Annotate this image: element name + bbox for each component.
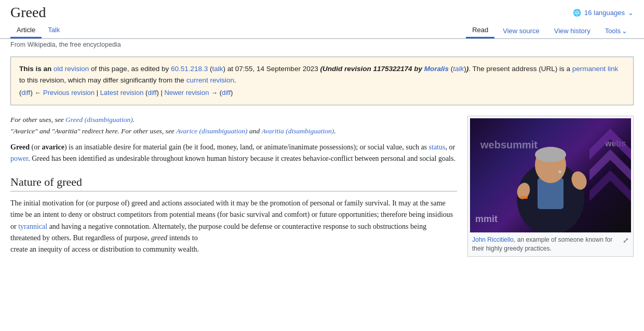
editor-ip-link[interactable]: 60.51.218.3 <box>171 65 208 73</box>
diff-link[interactable]: diff <box>21 89 30 96</box>
power-link[interactable]: power <box>10 155 28 162</box>
latest-revision-link[interactable]: Latest revision <box>100 89 144 96</box>
status-link[interactable]: status <box>429 143 446 151</box>
person-image: websummit webs <box>470 118 631 232</box>
undid-revision-text: (Undid revision 1175322174 by <box>320 65 424 73</box>
current-revision-link[interactable]: current revision <box>186 76 234 84</box>
john-riccitiello-link[interactable]: John Riccitiello <box>472 236 514 243</box>
this-is-an: This is an <box>19 65 53 73</box>
image-caption: ⤢ John Riccitiello, an example of someon… <box>470 235 631 254</box>
svg-point-10 <box>558 170 561 173</box>
tabs-area: Article Talk Read View source View histo… <box>0 23 644 39</box>
page-title: Greed <box>10 4 46 21</box>
avarice-disambiguation-link[interactable]: Avarice (disambiguation) <box>176 127 248 135</box>
article-intro: Greed (or avarice) is an insatiable desi… <box>10 142 457 165</box>
revision-line1: This is an old revision of this page, as… <box>19 63 625 86</box>
main-content: For other uses, see Greed (disambiguatio… <box>10 116 457 257</box>
greed-bold: Greed <box>10 143 30 151</box>
revision-date: at 07:55, 14 September 2023 <box>225 65 320 73</box>
language-count: 16 languages <box>584 9 625 17</box>
present-address-text: . The present address (URL) is a <box>468 65 572 73</box>
summit-text: mmit <box>475 214 498 225</box>
tab-article[interactable]: Article <box>10 23 42 38</box>
tab-talk[interactable]: Talk <box>42 23 66 38</box>
greed-italic: greed <box>151 234 167 242</box>
greed-disambiguation-link[interactable]: Greed (disambiguation) <box>65 116 133 123</box>
language-selector[interactable]: 🌐 16 languages ⌄ <box>573 9 634 17</box>
previous-revision-link[interactable]: Previous revision <box>43 89 95 96</box>
newer-revision-link[interactable]: Newer revision <box>164 89 209 96</box>
tools-dropdown[interactable]: Tools ⌄ <box>599 24 634 38</box>
avaritia-disambiguation-link[interactable]: Avaritia (disambiguation) <box>261 127 334 135</box>
tab-view-source[interactable]: View source <box>497 24 546 38</box>
svg-rect-9 <box>520 196 528 199</box>
old-revision-link[interactable]: old revision <box>53 65 89 73</box>
tab-view-history[interactable]: View history <box>548 24 597 38</box>
tools-label: Tools <box>605 27 621 35</box>
diff-navigation: (diff) ← Previous revision | Latest revi… <box>19 88 625 99</box>
wiki-source-text: From Wikipedia, the free encyclopedia <box>0 39 644 51</box>
article-continuation: create an inequity of access or distribu… <box>10 245 199 253</box>
person-image-box: websummit webs <box>467 116 634 257</box>
avarice-bold: avarice <box>42 143 64 151</box>
nature-of-greed-heading: Nature of greed <box>10 175 457 191</box>
tyrannical-link[interactable]: tyrannical <box>18 223 47 230</box>
moralis-talk-link[interactable]: talk <box>453 65 464 73</box>
tabs-right: Read View source View history Tools ⌄ <box>466 23 634 38</box>
disambiguation-line2: "Avarice" and "Avaritia" redirect here. … <box>10 127 457 135</box>
expand-icon[interactable]: ⤢ <box>623 236 629 246</box>
image-sidebar: websummit webs <box>467 116 634 257</box>
newer-diff-link[interactable]: diff <box>222 89 231 96</box>
nature-of-greed-text: The initial motivation for (or purpose o… <box>10 198 457 256</box>
moralis-link[interactable]: Moralis <box>424 65 449 73</box>
translate-icon: 🌐 <box>573 9 581 17</box>
tabs-left: Article Talk <box>10 23 66 38</box>
chevron-down-icon: ⌄ <box>622 27 627 35</box>
latest-diff-link[interactable]: diff <box>147 89 156 96</box>
editor-talk-link[interactable]: talk <box>212 65 223 73</box>
svg-point-6 <box>535 147 566 162</box>
revision-notice: This is an old revision of this page, as… <box>10 57 634 105</box>
disambiguation-line1: For other uses, see Greed (disambiguatio… <box>10 116 457 124</box>
person-figure <box>499 136 602 232</box>
permanent-link[interactable]: permanent link <box>572 65 619 73</box>
chevron-down-icon: ⌄ <box>628 9 634 17</box>
content-area: For other uses, see Greed (disambiguatio… <box>0 111 644 262</box>
tab-read[interactable]: Read <box>466 23 494 38</box>
